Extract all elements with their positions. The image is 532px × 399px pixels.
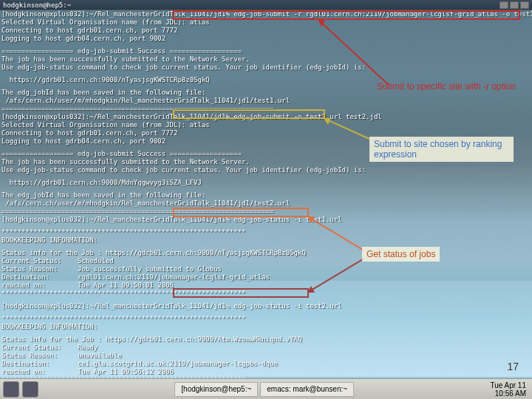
annotation-submit-ranking: Submit to site chosen by ranking express… bbox=[369, 137, 514, 162]
terminal-line: Status info for the Job : https://gdrb01… bbox=[0, 249, 532, 257]
terminal-line: ========================================… bbox=[0, 208, 532, 216]
terminal-line: Use edg-job-status command to check job … bbox=[0, 166, 532, 174]
terminal-line: Selected Virtual Organisation name (from… bbox=[0, 121, 532, 129]
close-button[interactable] bbox=[520, 1, 529, 9]
terminal-line: ****************************************… bbox=[0, 228, 532, 236]
terminal-line: /afs/cern.ch/user/m/mhodgkin/Rel_manches… bbox=[0, 97, 532, 105]
window-title: hodgkinson@hep5:~ bbox=[3, 1, 71, 9]
terminal-line: The job has been successfully submitted … bbox=[0, 55, 532, 64]
terminal-line: ========================================… bbox=[0, 105, 532, 113]
app-launcher-2[interactable] bbox=[22, 381, 38, 398]
terminal-line: Status info for the Job : https://gdrb01… bbox=[0, 335, 532, 344]
minimize-button[interactable] bbox=[499, 1, 508, 9]
clock-date: Tue Apr 11 bbox=[490, 381, 526, 389]
terminal-line: reached on: Tue Apr 11 09:50:01 2006 bbox=[0, 282, 532, 290]
terminal-line: Destination: ce1.gla.scotgrid.ac.uk:2119… bbox=[0, 360, 532, 368]
terminal-line: Logging to host gdrb04.cern.ch, port 900… bbox=[0, 35, 532, 43]
terminal-line: [hodgkinson@xplus032]:~/Rel_manchesterGr… bbox=[0, 216, 532, 224]
app-launcher-1[interactable] bbox=[3, 381, 19, 398]
taskbar-window-emacs[interactable]: emacs: mark@bunsen:~ bbox=[260, 382, 354, 397]
terminal-line: [hodgkinson@xplus032]:~/Rel_manchesterGr… bbox=[0, 113, 532, 121]
window-titlebar: hodgkinson@hep5:~ bbox=[0, 0, 532, 10]
terminal-line: BOOKKEEPING INFORMATION: bbox=[0, 323, 532, 331]
terminal-line: Status Reason: Job successfully submitte… bbox=[0, 265, 532, 273]
terminal-line: Status Reason: unavailable bbox=[0, 352, 532, 360]
terminal-line: [hodgkinson@xplus032]:~/Rel_manchesterGr… bbox=[0, 302, 532, 310]
terminal-line: https://gdrb01.cern.ch:9000/MdnYqgwvyg3i… bbox=[0, 179, 532, 187]
taskbar-windows: [hodgkinson@hep5:~ emacs: mark@bunsen:~ bbox=[41, 382, 487, 397]
terminal-line: /afs/cern.ch/user/m/mhodgkin/Rel_manches… bbox=[0, 200, 532, 208]
annotation-submit-specific: Submit to specific site with -r option bbox=[377, 81, 516, 92]
taskbar-window-terminal[interactable]: [hodgkinson@hep5:~ bbox=[174, 382, 258, 397]
annotation-get-status: Get status of jobs bbox=[362, 247, 440, 262]
desktop-taskbar: [hodgkinson@hep5:~ emacs: mark@bunsen:~ … bbox=[0, 378, 532, 399]
terminal-line: The edg_jobId has been saved in the foll… bbox=[0, 191, 532, 200]
terminal-line: BOOKKEEPING INFORMATION: bbox=[0, 236, 532, 245]
taskbar-clock: Tue Apr 11 10:56 AM bbox=[490, 381, 529, 398]
terminal-line: Current Status: Scheduled bbox=[0, 257, 532, 265]
terminal-line: reached on: Tue Apr 11 09:56:12 2006 bbox=[0, 368, 532, 376]
clock-time: 10:56 AM bbox=[490, 389, 526, 398]
terminal-line: Use edg-job-status command to check job … bbox=[0, 64, 532, 72]
slide-number: 17 bbox=[507, 361, 519, 372]
terminal-line: [hodgkinson@xplus032]:~/Rel_manchesterGr… bbox=[0, 10, 532, 18]
terminal-line: Selected Virtual Organisation name (from… bbox=[0, 18, 532, 27]
terminal-line: ****************************************… bbox=[0, 290, 532, 298]
terminal-line: ****************************************… bbox=[0, 315, 532, 323]
terminal-line: ================== edg-job-submit Succes… bbox=[0, 47, 532, 55]
terminal-line: Current Status: Ready bbox=[0, 344, 532, 352]
terminal-line: Connecting to host gdrb01.cern.ch, port … bbox=[0, 27, 532, 35]
terminal-line: Destination: rgdl01.cern.ch:2119/jobmana… bbox=[0, 273, 532, 282]
maximize-button[interactable] bbox=[510, 1, 519, 9]
